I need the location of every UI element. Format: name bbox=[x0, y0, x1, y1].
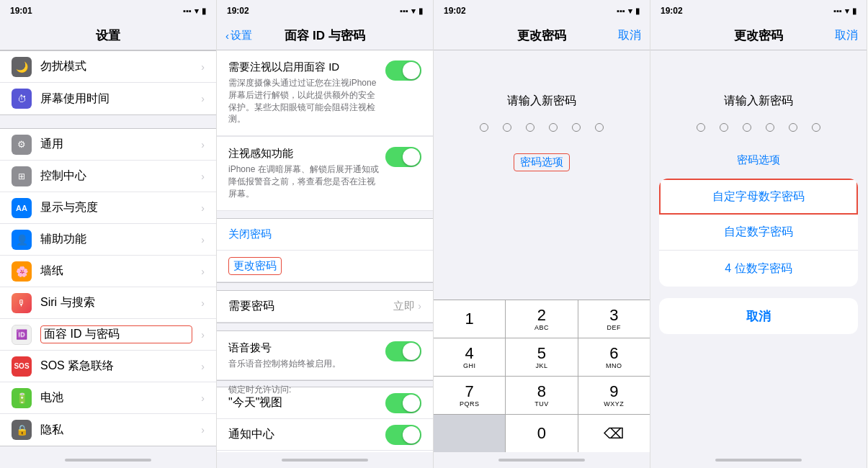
settings-item-siri[interactable]: 🎙 Siri 与搜索 › bbox=[0, 287, 216, 319]
settings-group-2: ⚙ 通用 › ⊞ 控制中心 › AA 显示与亮度 › 👤 辅助功能 › 🌸 bbox=[0, 128, 216, 446]
key-2-num: 2 bbox=[537, 307, 546, 323]
turn-off-pwd-row[interactable]: 关闭密码 bbox=[217, 219, 433, 251]
key-1[interactable]: 1 bbox=[434, 300, 506, 338]
settings-item-general[interactable]: ⚙ 通用 › bbox=[0, 129, 216, 161]
key-4[interactable]: 4GHI bbox=[434, 338, 506, 376]
nav-title-1: 设置 bbox=[96, 27, 120, 44]
donotdisturb-label: 勿扰模式 bbox=[40, 59, 192, 74]
key-1-num: 1 bbox=[465, 311, 474, 327]
signal-icon-2: ▪▪▪ bbox=[400, 6, 408, 15]
settings-item-controlcenter[interactable]: ⊞ 控制中心 › bbox=[0, 161, 216, 192]
pwd-options-link-3[interactable]: 密码选项 bbox=[434, 153, 650, 171]
dot-4-2 bbox=[720, 123, 728, 132]
general-icon: ⚙ bbox=[12, 135, 32, 155]
options-cancel-button[interactable]: 取消 bbox=[659, 298, 858, 334]
key-8[interactable]: 8TUV bbox=[506, 377, 578, 414]
key-6-num: 6 bbox=[609, 346, 618, 361]
nav-title-3: 更改密码 bbox=[517, 27, 566, 44]
settings-item-battery[interactable]: 🔋 电池 › bbox=[0, 382, 216, 414]
voicedial-toggle-knob bbox=[403, 343, 420, 360]
notification-toggle[interactable] bbox=[385, 425, 421, 445]
key-5-letters: JKL bbox=[535, 362, 547, 369]
key-0[interactable]: 0 bbox=[506, 415, 578, 452]
settings-item-sos[interactable]: SOS SOS 紧急联络 › bbox=[0, 351, 216, 382]
settings-item-faceid[interactable]: 🆔 面容 ID 与密码 › bbox=[0, 319, 216, 351]
attention-toggle[interactable] bbox=[385, 60, 421, 81]
changepwd-content: 请输入新密码 密码选项 1 2ABC 3DEF 4GHI 5JKL 6MNO bbox=[434, 50, 650, 452]
cancel-button-4[interactable]: 取消 bbox=[835, 28, 858, 43]
option-custom-numeric[interactable]: 自定数字密码 bbox=[659, 215, 858, 251]
faceid-settings-list: 需要注视以启用面容 ID 需深度摄像头通过过证您在注视iPhone屏幕后进行解锁… bbox=[217, 50, 433, 452]
nav-bar-2: ‹ 设置 面容 ID 与密码 bbox=[217, 22, 433, 50]
attention-desc: 需深度摄像头通过过证您在注视iPhone屏幕后进行解锁，以此提供额外的安全保护。… bbox=[228, 77, 380, 125]
require-pwd-value: 立即 bbox=[393, 300, 415, 313]
home-bar-1 bbox=[65, 459, 151, 462]
settings-group-1: 🌙 勿扰模式 › ⏱ 屏幕使用时间 › bbox=[0, 50, 216, 115]
home-bar-2 bbox=[282, 459, 368, 462]
settings-item-donotdisturb[interactable]: 🌙 勿扰模式 › bbox=[0, 51, 216, 83]
key-7[interactable]: 7PQRS bbox=[434, 377, 506, 414]
dots-row-3 bbox=[434, 123, 650, 132]
key-0-num: 0 bbox=[537, 426, 546, 441]
option-4digit[interactable]: 4 位数字密码 bbox=[659, 251, 858, 287]
back-button-2[interactable]: ‹ 设置 bbox=[225, 29, 252, 42]
spacer-3 bbox=[434, 177, 650, 300]
notification-toggle-knob bbox=[403, 426, 420, 444]
key-9[interactable]: 9WXYZ bbox=[578, 377, 650, 414]
attentionaware-toggle[interactable] bbox=[385, 147, 421, 167]
change-pwd-row[interactable]: 更改密码 bbox=[217, 251, 433, 282]
settings-item-privacy[interactable]: 🔒 隐私 › bbox=[0, 414, 216, 446]
status-time-4: 19:02 bbox=[661, 6, 683, 16]
gap-faceid-3 bbox=[217, 323, 433, 330]
key-4-num: 4 bbox=[465, 346, 474, 361]
dot-4-1 bbox=[697, 123, 705, 132]
section-gap-2 bbox=[0, 446, 216, 452]
keypad-row-4: 0 ⌫ bbox=[434, 415, 650, 452]
cancel-button-3[interactable]: 取消 bbox=[618, 28, 641, 43]
wifi-icon-4: ▾ bbox=[845, 6, 849, 16]
key-2[interactable]: 2ABC bbox=[506, 300, 578, 338]
notification-center-row[interactable]: 通知中心 bbox=[217, 419, 433, 451]
key-6[interactable]: 6MNO bbox=[578, 338, 650, 376]
battery-icon-3: ▮ bbox=[635, 6, 640, 16]
screentime-chevron: › bbox=[201, 93, 205, 104]
dots-row-4 bbox=[650, 123, 867, 132]
settings-list: 🌙 勿扰模式 › ⏱ 屏幕使用时间 › ⚙ 通用 › ⊞ 控制中心 › bbox=[0, 50, 216, 452]
key-8-letters: TUV bbox=[534, 400, 549, 408]
settings-item-accessibility[interactable]: 👤 辅助功能 › bbox=[0, 224, 216, 256]
key-delete[interactable]: ⌫ bbox=[578, 415, 650, 452]
home-indicator-4 bbox=[650, 452, 867, 468]
attentionaware-toggle-knob bbox=[403, 148, 420, 166]
dot-1 bbox=[480, 123, 488, 132]
keypad-3: 1 2ABC 3DEF 4GHI 5JKL 6MNO 7PQRS 8TUV 9W… bbox=[434, 300, 650, 452]
signal-icon-3: ▪▪▪ bbox=[617, 6, 625, 15]
status-icons-3: ▪▪▪ ▾ ▮ bbox=[617, 6, 640, 16]
settings-item-display[interactable]: AA 显示与亮度 › bbox=[0, 192, 216, 224]
pwd-options-label-3: 密码选项 bbox=[514, 153, 570, 171]
dot-3 bbox=[526, 123, 534, 132]
require-pwd-row[interactable]: 需要密码 立即 › bbox=[217, 291, 433, 323]
today-toggle[interactable] bbox=[385, 393, 421, 413]
panel-changepwd: 19:02 ▪▪▪ ▾ ▮ 更改密码 取消 请输入新密码 密码选项 1 2ABC bbox=[434, 0, 650, 468]
battery-icon: ▮ bbox=[202, 6, 206, 16]
signal-icon: ▪▪▪ bbox=[183, 6, 192, 15]
dot-4-5 bbox=[789, 123, 797, 132]
attentionaware-desc: iPhone 在调暗屏幕、解锁后展开通知或降低报警音之前，将查看您是否在注视屏幕… bbox=[228, 163, 380, 199]
pwd-options-link-4[interactable]: 密码选项 bbox=[650, 153, 867, 167]
key-6-letters: MNO bbox=[606, 362, 622, 369]
option-custom-alphanumeric[interactable]: 自定字母数字密码 bbox=[659, 179, 858, 215]
controlcenter-chevron: › bbox=[201, 171, 205, 182]
voicedial-toggle[interactable] bbox=[385, 341, 421, 361]
status-time-2: 19:02 bbox=[227, 6, 249, 16]
settings-item-screentime[interactable]: ⏱ 屏幕使用时间 › bbox=[0, 83, 216, 114]
battery-label: 电池 bbox=[40, 390, 192, 405]
key-8-num: 8 bbox=[537, 384, 546, 400]
key-3[interactable]: 3DEF bbox=[578, 300, 650, 338]
home-indicator-3 bbox=[434, 452, 650, 468]
display-icon: AA bbox=[12, 198, 32, 218]
settings-item-wallpaper[interactable]: 🌸 墙纸 › bbox=[0, 256, 216, 287]
key-7-letters: PQRS bbox=[460, 400, 480, 408]
key-5[interactable]: 5JKL bbox=[506, 338, 578, 376]
key-9-num: 9 bbox=[609, 384, 618, 400]
panel-pwdoptions: 19:02 ▪▪▪ ▾ ▮ 更改密码 取消 请输入新密码 密码选项 自定字母数字… bbox=[650, 0, 867, 468]
